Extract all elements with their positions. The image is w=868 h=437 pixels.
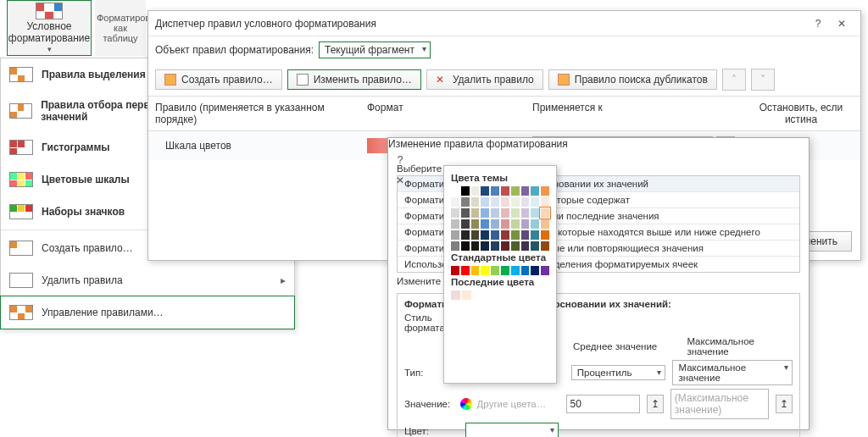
color-swatch[interactable]: [501, 266, 509, 275]
max-type-combo[interactable]: Максимальное значение: [672, 360, 793, 385]
color-swatch[interactable]: [511, 266, 520, 275]
menu-clear-rules[interactable]: Удалить правила▸: [1, 264, 294, 296]
color-swatch[interactable]: [491, 241, 499, 251]
color-swatch[interactable]: [451, 241, 459, 251]
color-swatch[interactable]: [521, 186, 530, 196]
color-swatch[interactable]: [481, 208, 489, 218]
color-swatch[interactable]: [521, 241, 530, 251]
new-rule-button[interactable]: Создать правило…: [155, 69, 282, 90]
color-swatch[interactable]: [531, 266, 539, 275]
color-swatch[interactable]: [451, 290, 460, 300]
edit-rule-button[interactable]: Изменить правило…: [287, 69, 421, 90]
color-swatch[interactable]: [501, 241, 509, 251]
color-swatch[interactable]: [531, 197, 539, 207]
col-rule: Правило (применяется в указанном порядке…: [148, 97, 360, 130]
min-color-combo[interactable]: [465, 423, 559, 437]
color-swatch[interactable]: [471, 197, 480, 207]
color-swatch[interactable]: [481, 197, 489, 207]
color-swatch[interactable]: [531, 186, 539, 196]
conditional-formatting-ribbon-button[interactable]: Условное форматирование ▾: [7, 0, 92, 56]
color-swatch[interactable]: [501, 186, 509, 196]
color-swatch[interactable]: [451, 197, 459, 207]
mid-type-combo[interactable]: Процентиль: [571, 365, 666, 380]
color-swatch[interactable]: [451, 208, 459, 218]
color-swatch[interactable]: [521, 266, 530, 275]
color-swatch[interactable]: [511, 230, 520, 240]
delete-rule-button[interactable]: ✕Удалить правило: [426, 69, 543, 90]
color-swatch[interactable]: [501, 230, 509, 240]
move-up-button[interactable]: ˄: [722, 69, 746, 91]
color-swatch[interactable]: [471, 266, 480, 275]
color-swatch[interactable]: [461, 208, 470, 218]
color-swatch[interactable]: [461, 219, 470, 229]
move-down-button[interactable]: ˅: [751, 69, 775, 91]
color-swatch[interactable]: [461, 197, 470, 207]
color-swatch[interactable]: [481, 241, 489, 251]
color-swatch[interactable]: [491, 230, 499, 240]
duplicate-rule-button[interactable]: Правило поиска дубликатов: [548, 69, 717, 90]
color-swatch[interactable]: [471, 186, 480, 196]
mid-value-picker[interactable]: ↥: [647, 395, 664, 413]
color-swatch[interactable]: [462, 290, 471, 300]
color-swatch[interactable]: [541, 219, 549, 229]
color-row-label: Цвет:: [404, 426, 459, 436]
color-swatch[interactable]: [471, 241, 480, 251]
color-swatch[interactable]: [521, 219, 530, 229]
color-swatch[interactable]: [541, 230, 549, 240]
color-swatch[interactable]: [481, 266, 489, 275]
color-swatch[interactable]: [541, 266, 549, 275]
color-swatch[interactable]: [481, 230, 489, 240]
color-swatch[interactable]: [511, 208, 520, 218]
color-swatch[interactable]: [491, 186, 499, 196]
color-swatch[interactable]: [471, 208, 480, 218]
color-swatch[interactable]: [481, 186, 489, 196]
delete-icon: ✕: [436, 74, 448, 86]
color-swatch[interactable]: [481, 219, 489, 229]
color-swatch[interactable]: [471, 230, 480, 240]
color-swatch[interactable]: [541, 186, 549, 196]
color-swatch[interactable]: [461, 266, 470, 275]
color-swatch[interactable]: [491, 266, 499, 275]
color-swatch[interactable]: [471, 219, 480, 229]
max-value-picker[interactable]: ↥: [776, 395, 793, 413]
color-swatch[interactable]: [461, 186, 470, 196]
color-swatch[interactable]: [521, 197, 530, 207]
color-swatch[interactable]: [491, 208, 499, 218]
color-swatch[interactable]: [521, 230, 530, 240]
more-colors-label[interactable]: Другие цвета…: [477, 399, 547, 409]
color-swatch[interactable]: [531, 230, 539, 240]
top-bottom-icon: [9, 103, 32, 119]
color-swatch[interactable]: [541, 241, 549, 251]
color-swatch[interactable]: [521, 208, 530, 218]
color-swatch[interactable]: [491, 197, 499, 207]
recent-colors-title: Последние цвета: [451, 277, 549, 287]
color-swatch[interactable]: [451, 186, 459, 196]
col-format: Формат: [360, 97, 526, 130]
col-mid-label: Среднее значение: [573, 341, 680, 351]
color-swatch[interactable]: [451, 230, 459, 240]
color-swatch[interactable]: [511, 197, 520, 207]
color-swatch[interactable]: [451, 219, 459, 229]
color-swatch[interactable]: [541, 197, 549, 207]
color-swatch[interactable]: [531, 219, 539, 229]
color-swatch[interactable]: [451, 266, 459, 275]
color-swatch[interactable]: [531, 208, 539, 218]
color-swatch[interactable]: [501, 197, 509, 207]
color-swatch[interactable]: [461, 241, 470, 251]
color-swatch[interactable]: [491, 219, 499, 229]
color-swatch[interactable]: [501, 208, 509, 218]
color-swatch[interactable]: [511, 241, 520, 251]
rule-name: Шкала цветов: [148, 135, 360, 157]
scope-select[interactable]: Текущий фрагмент: [319, 41, 431, 58]
help-button[interactable]: ?: [806, 14, 830, 34]
color-swatch[interactable]: [511, 219, 520, 229]
color-swatch[interactable]: [541, 208, 549, 218]
mid-value-field[interactable]: 50: [566, 395, 640, 413]
format-as-table-ribbon-button[interactable]: Форматировать как таблицу: [95, 0, 146, 56]
menu-manage-rules[interactable]: Управление правилами…: [0, 296, 295, 329]
close-button[interactable]: ✕: [830, 14, 854, 34]
color-swatch[interactable]: [501, 219, 509, 229]
color-swatch[interactable]: [531, 241, 539, 251]
color-swatch[interactable]: [511, 186, 520, 196]
color-swatch[interactable]: [461, 230, 470, 240]
